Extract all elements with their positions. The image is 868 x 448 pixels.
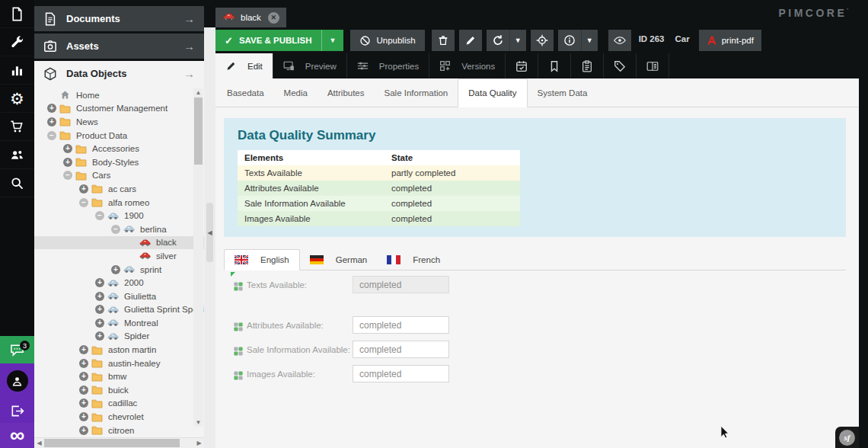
- symfony-toolbar-button[interactable]: sf: [835, 427, 859, 448]
- tab-tags[interactable]: [604, 53, 637, 78]
- subtab-sale-information[interactable]: Sale Information: [375, 78, 458, 107]
- accordion-documents[interactable]: Documents →: [34, 6, 204, 31]
- scrollbar-thumb[interactable]: [44, 439, 180, 447]
- expand-icon[interactable]: +: [95, 278, 107, 288]
- info-button[interactable]: [558, 30, 581, 51]
- expand-icon[interactable]: +: [63, 157, 75, 167]
- notifications-icon[interactable]: 3: [0, 336, 34, 363]
- collapse-icon[interactable]: −: [63, 171, 75, 181]
- tree-item-berlina[interactable]: −berlina: [34, 222, 204, 236]
- file-icon[interactable]: [0, 0, 34, 28]
- unpublish-button[interactable]: Unpublish: [350, 30, 424, 51]
- logout-icon[interactable]: [0, 398, 34, 423]
- arrow-right-icon[interactable]: →: [183, 12, 195, 25]
- tab-edit[interactable]: Edit: [215, 53, 273, 78]
- subtab-system-data[interactable]: System Data: [528, 78, 598, 107]
- subtab-basedata[interactable]: Basedata: [217, 78, 274, 107]
- collapse-icon[interactable]: −: [95, 211, 107, 221]
- expand-icon[interactable]: +: [79, 358, 91, 368]
- accordion-assets[interactable]: Assets →: [34, 34, 204, 59]
- expand-icon[interactable]: +: [79, 372, 91, 382]
- pimcore-logo-icon[interactable]: ∞: [0, 423, 34, 448]
- scroll-up-icon[interactable]: ▲: [193, 88, 203, 97]
- ecommerce-icon[interactable]: [0, 113, 34, 141]
- collapse-icon[interactable]: −: [47, 130, 59, 140]
- tree-item-alfa-romeo[interactable]: −alfa romeo: [34, 196, 204, 210]
- tree-item-product-data[interactable]: −Product Data: [34, 129, 204, 142]
- expand-icon[interactable]: +: [47, 117, 59, 126]
- expand-icon[interactable]: +: [95, 331, 107, 341]
- field-input[interactable]: [353, 341, 449, 358]
- tree-item-chevrolet[interactable]: +chevrolet: [34, 410, 204, 424]
- users-icon[interactable]: [0, 141, 34, 169]
- expand-icon[interactable]: +: [47, 104, 59, 114]
- scroll-down-icon[interactable]: ▼: [193, 418, 203, 427]
- reload-button-caret[interactable]: ▼: [509, 30, 526, 51]
- expand-icon[interactable]: +: [63, 144, 75, 154]
- arrow-right-icon[interactable]: →: [183, 40, 195, 53]
- tree-vertical-scrollbar[interactable]: ▲ ▼: [193, 88, 203, 427]
- language-tab-german[interactable]: German: [300, 249, 378, 270]
- tree-item-accessories[interactable]: +Accessories: [34, 142, 204, 155]
- settings-icon[interactable]: ⚙: [0, 85, 34, 113]
- tab-properties[interactable]: Properties: [347, 53, 429, 78]
- reload-button[interactable]: [487, 30, 509, 51]
- tab-schedule[interactable]: [506, 53, 538, 78]
- subtab-data-quality[interactable]: Data Quality: [458, 78, 527, 107]
- scroll-left-icon[interactable]: ◀: [34, 438, 44, 448]
- open-preview-button[interactable]: [608, 30, 631, 51]
- expand-icon[interactable]: +: [95, 291, 107, 301]
- tree-item-citroen[interactable]: +citroen: [34, 424, 204, 437]
- tree-item-buick[interactable]: +buick: [34, 383, 204, 397]
- tree-item-cars[interactable]: −Cars: [34, 169, 204, 183]
- print-pdf-button[interactable]: print-pdf: [699, 30, 761, 51]
- tab-versions[interactable]: Versions: [429, 53, 506, 78]
- tree-item-1900[interactable]: −1900: [34, 209, 204, 222]
- save-options-caret[interactable]: ▼: [321, 30, 344, 51]
- language-tab-french[interactable]: French: [377, 249, 450, 270]
- tree-item-bmw[interactable]: +bmw: [34, 370, 204, 383]
- search-icon[interactable]: [0, 169, 34, 197]
- reports-icon[interactable]: [0, 56, 34, 85]
- tree-item-giulietta[interactable]: +Giulietta: [34, 290, 204, 303]
- tree-horizontal-scrollbar[interactable]: ◀ ▶: [34, 437, 204, 448]
- expand-icon[interactable]: +: [95, 305, 107, 315]
- scroll-right-icon[interactable]: ▶: [194, 438, 204, 448]
- tree-item-home[interactable]: Home: [34, 88, 204, 102]
- field-input[interactable]: [353, 365, 449, 382]
- arrow-right-icon[interactable]: →: [183, 67, 195, 80]
- tree-item-aston-martin[interactable]: +aston martin: [34, 343, 204, 357]
- collapse-panel-handle[interactable]: ◀: [206, 203, 213, 262]
- close-icon[interactable]: ✕: [268, 12, 279, 24]
- tools-icon[interactable]: [0, 28, 34, 56]
- tree-item-spider[interactable]: +Spider: [34, 330, 204, 344]
- tree-item-black[interactable]: black: [34, 236, 204, 250]
- tree-item-2000[interactable]: +2000: [34, 276, 204, 290]
- subtab-media[interactable]: Media: [274, 78, 318, 107]
- expand-icon[interactable]: +: [79, 398, 91, 408]
- info-button-caret[interactable]: ▼: [581, 30, 598, 51]
- save-publish-button[interactable]: ✓ SAVE & PUBLISH ▼: [215, 30, 343, 51]
- field-input[interactable]: [353, 316, 449, 334]
- scrollbar-thumb[interactable]: [194, 98, 203, 165]
- panel-splitter[interactable]: ◀: [204, 27, 215, 448]
- tree-item-news[interactable]: +News: [34, 115, 204, 129]
- collapse-icon[interactable]: −: [79, 197, 91, 207]
- field-input[interactable]: [353, 276, 449, 293]
- tree-item-montreal[interactable]: +Montreal: [34, 316, 204, 330]
- tree-item-ac-cars[interactable]: +ac cars: [34, 182, 204, 196]
- tree-item-body-styles[interactable]: +Body-Styles: [34, 155, 204, 169]
- subtab-attributes[interactable]: Attributes: [318, 78, 375, 107]
- expand-icon[interactable]: +: [111, 264, 123, 274]
- expand-icon[interactable]: +: [95, 318, 107, 328]
- tree-item-customer-management[interactable]: +Customer Management: [34, 102, 204, 116]
- object-tab-black[interactable]: black ✕: [215, 8, 286, 27]
- locate-in-tree-button[interactable]: [531, 30, 554, 51]
- tree-item-gulietta-sprint-speciale[interactable]: +Gulietta Sprint Speciale: [34, 303, 204, 317]
- user-avatar-icon[interactable]: [0, 363, 34, 398]
- tree-item-silver[interactable]: silver: [34, 249, 204, 263]
- collapse-icon[interactable]: −: [111, 224, 123, 234]
- expand-icon[interactable]: +: [79, 425, 91, 435]
- expand-icon[interactable]: +: [79, 412, 91, 422]
- language-tab-english[interactable]: English: [224, 249, 300, 270]
